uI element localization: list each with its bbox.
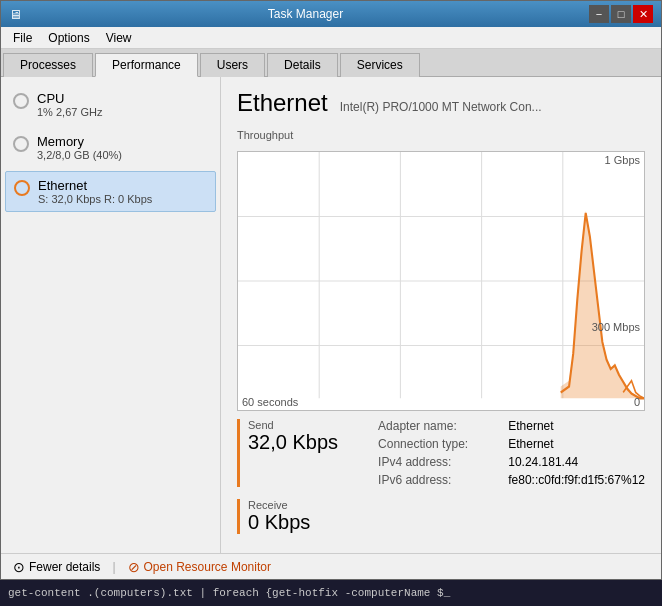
ethernet-text: Ethernet S: 32,0 Kbps R: 0 Kbps [38, 178, 152, 205]
bottom-separator: | [112, 560, 115, 574]
send-value: 32,0 Kbps [248, 431, 338, 454]
chart-area: 1 Gbps 300 Mbps 60 seconds 0 [237, 151, 645, 411]
send-divider [237, 419, 240, 487]
tab-details[interactable]: Details [267, 53, 338, 77]
memory-sublabel: 3,2/8,0 GB (40%) [37, 149, 122, 161]
ethernet-icon [14, 180, 30, 196]
sidebar-item-ethernet[interactable]: Ethernet S: 32,0 Kbps R: 0 Kbps [5, 171, 216, 212]
title-bar: 🖥 Task Manager − □ ✕ [1, 1, 661, 27]
detail-subtitle: Intel(R) PRO/1000 MT Network Con... [340, 100, 542, 114]
window-icon: 🖥 [9, 7, 22, 22]
cpu-icon [13, 93, 29, 109]
receive-stat: Receive 0 Kbps [237, 499, 645, 534]
bottom-bar: ⊙ Fewer details | ⊘ Open Resource Monito… [1, 553, 661, 579]
stats-row: Send 32,0 Kbps Adapter name: Ethernet Co… [237, 419, 645, 487]
info-table: Adapter name: Ethernet Connection type: … [378, 419, 645, 487]
chart-mid-label: 300 Mbps [592, 321, 640, 333]
throughput-label: Throughput [237, 129, 645, 141]
receive-block: Receive 0 Kbps [248, 499, 310, 534]
terminal-bar: get-content .(computers).txt | foreach {… [0, 580, 662, 606]
fewer-details-label: Fewer details [29, 560, 100, 574]
detail-header: Ethernet Intel(R) PRO/1000 MT Network Co… [237, 89, 645, 117]
ipv4-key: IPv4 address: [378, 455, 492, 469]
chart-max-label: 1 Gbps [605, 154, 640, 166]
cpu-sublabel: 1% 2,67 GHz [37, 106, 102, 118]
terminal-text: get-content .(computers).txt | foreach {… [8, 587, 450, 599]
cpu-text: CPU 1% 2,67 GHz [37, 91, 102, 118]
receive-label: Receive [248, 499, 310, 511]
send-label: Send [248, 419, 338, 431]
fewer-details-icon: ⊙ [13, 559, 25, 575]
ethernet-sublabel: S: 32,0 Kbps R: 0 Kbps [38, 193, 152, 205]
receive-value: 0 Kbps [248, 511, 310, 534]
open-monitor-label: Open Resource Monitor [144, 560, 271, 574]
sidebar: CPU 1% 2,67 GHz Memory 3,2/8,0 GB (40%) … [1, 77, 221, 553]
send-block: Send 32,0 Kbps [248, 419, 338, 487]
tab-bar: Processes Performance Users Details Serv… [1, 49, 661, 77]
info-section: Adapter name: Ethernet Connection type: … [378, 419, 645, 487]
sidebar-item-memory[interactable]: Memory 3,2/8,0 GB (40%) [5, 128, 216, 167]
detail-panel: Ethernet Intel(R) PRO/1000 MT Network Co… [221, 77, 661, 553]
main-content: CPU 1% 2,67 GHz Memory 3,2/8,0 GB (40%) … [1, 77, 661, 553]
tab-processes[interactable]: Processes [3, 53, 93, 77]
send-stat: Send 32,0 Kbps [237, 419, 338, 487]
window-controls: − □ ✕ [589, 5, 653, 23]
menu-options[interactable]: Options [40, 29, 97, 47]
window-title: Task Manager [22, 7, 589, 21]
tab-performance[interactable]: Performance [95, 53, 198, 77]
memory-label: Memory [37, 134, 122, 149]
detail-title: Ethernet [237, 89, 328, 117]
maximize-button[interactable]: □ [611, 5, 631, 23]
connection-type-val: Ethernet [508, 437, 645, 451]
ethernet-label: Ethernet [38, 178, 152, 193]
monitor-icon: ⊘ [128, 559, 140, 575]
tab-services[interactable]: Services [340, 53, 420, 77]
ipv6-key: IPv6 address: [378, 473, 492, 487]
memory-text: Memory 3,2/8,0 GB (40%) [37, 134, 122, 161]
adapter-name-key: Adapter name: [378, 419, 492, 433]
cpu-label: CPU [37, 91, 102, 106]
memory-icon [13, 136, 29, 152]
menu-view[interactable]: View [98, 29, 140, 47]
minimize-button[interactable]: − [589, 5, 609, 23]
menu-file[interactable]: File [5, 29, 40, 47]
sidebar-item-cpu[interactable]: CPU 1% 2,67 GHz [5, 85, 216, 124]
svg-marker-7 [561, 211, 644, 399]
fewer-details-button[interactable]: ⊙ Fewer details [13, 559, 100, 575]
menu-bar: File Options View [1, 27, 661, 49]
ipv6-val: fe80::c0fd:f9f:d1f5:67%12 [508, 473, 645, 487]
receive-divider [237, 499, 240, 534]
tab-users[interactable]: Users [200, 53, 265, 77]
ipv4-val: 10.24.181.44 [508, 455, 645, 469]
chart-time-start: 60 seconds [242, 396, 298, 408]
close-button[interactable]: ✕ [633, 5, 653, 23]
chart-time-end: 0 [634, 396, 640, 408]
adapter-name-val: Ethernet [508, 419, 645, 433]
chart-svg [238, 152, 644, 410]
open-resource-monitor-link[interactable]: ⊘ Open Resource Monitor [128, 559, 271, 575]
connection-type-key: Connection type: [378, 437, 492, 451]
